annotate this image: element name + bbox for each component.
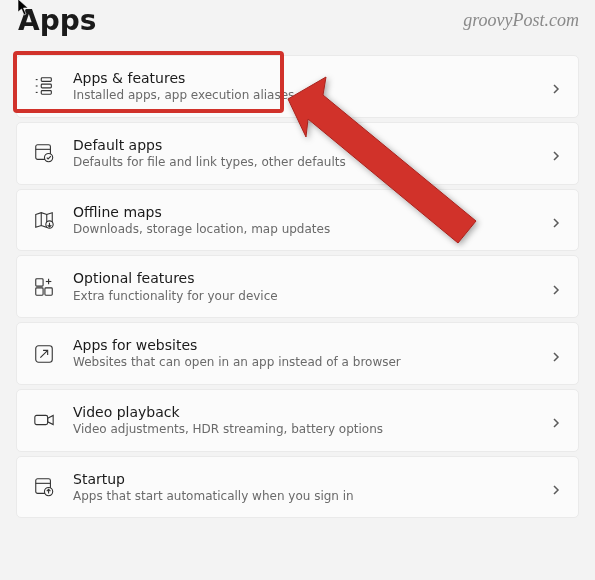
chevron-right-icon bbox=[550, 214, 562, 226]
video-playback-icon bbox=[33, 409, 55, 431]
svg-point-8 bbox=[44, 154, 52, 162]
watermark: groovyPost.com bbox=[463, 10, 579, 31]
settings-list: Apps & features Installed apps, app exec… bbox=[16, 55, 579, 518]
row-optional-features[interactable]: Optional features Extra functionality fo… bbox=[16, 255, 579, 318]
chevron-right-icon bbox=[550, 348, 562, 360]
svg-marker-20 bbox=[48, 416, 53, 425]
row-subtitle: Defaults for file and link types, other … bbox=[73, 155, 532, 171]
row-offline-maps[interactable]: Offline maps Downloads, storage location… bbox=[16, 189, 579, 252]
apps-features-icon bbox=[33, 75, 55, 97]
chevron-right-icon bbox=[550, 147, 562, 159]
row-title: Apps & features bbox=[73, 69, 532, 87]
svg-rect-13 bbox=[36, 278, 43, 285]
row-subtitle: Downloads, storage location, map updates bbox=[73, 222, 532, 238]
page-title: Apps bbox=[18, 4, 96, 37]
row-text: Default apps Defaults for file and link … bbox=[73, 136, 532, 171]
svg-rect-19 bbox=[35, 416, 48, 425]
row-subtitle: Extra functionality for your device bbox=[73, 289, 532, 305]
row-title: Default apps bbox=[73, 136, 532, 154]
svg-rect-4 bbox=[41, 85, 51, 89]
svg-rect-3 bbox=[41, 78, 51, 82]
apps-for-websites-icon bbox=[33, 343, 55, 365]
row-subtitle: Video adjustments, HDR streaming, batter… bbox=[73, 422, 532, 438]
chevron-right-icon bbox=[550, 80, 562, 92]
svg-rect-14 bbox=[36, 288, 43, 295]
svg-rect-15 bbox=[45, 288, 52, 295]
row-text: Video playback Video adjustments, HDR st… bbox=[73, 403, 532, 438]
row-apps-features[interactable]: Apps & features Installed apps, app exec… bbox=[16, 55, 579, 118]
row-subtitle: Installed apps, app execution aliases bbox=[73, 88, 532, 104]
chevron-right-icon bbox=[550, 281, 562, 293]
svg-rect-5 bbox=[41, 91, 51, 95]
row-title: Offline maps bbox=[73, 203, 532, 221]
optional-features-icon bbox=[33, 276, 55, 298]
row-text: Apps for websites Websites that can open… bbox=[73, 336, 532, 371]
row-title: Video playback bbox=[73, 403, 532, 421]
row-text: Optional features Extra functionality fo… bbox=[73, 269, 532, 304]
row-title: Startup bbox=[73, 470, 532, 488]
chevron-right-icon bbox=[550, 481, 562, 493]
row-text: Startup Apps that start automatically wh… bbox=[73, 470, 532, 505]
row-title: Optional features bbox=[73, 269, 532, 287]
offline-maps-icon bbox=[33, 209, 55, 231]
row-default-apps[interactable]: Default apps Defaults for file and link … bbox=[16, 122, 579, 185]
row-video-playback[interactable]: Video playback Video adjustments, HDR st… bbox=[16, 389, 579, 452]
chevron-right-icon bbox=[550, 414, 562, 426]
row-apps-for-websites[interactable]: Apps for websites Websites that can open… bbox=[16, 322, 579, 385]
row-title: Apps for websites bbox=[73, 336, 532, 354]
startup-icon bbox=[33, 476, 55, 498]
header: Apps groovyPost.com bbox=[16, 0, 579, 55]
row-text: Apps & features Installed apps, app exec… bbox=[73, 69, 532, 104]
row-startup[interactable]: Startup Apps that start automatically wh… bbox=[16, 456, 579, 519]
row-subtitle: Apps that start automatically when you s… bbox=[73, 489, 532, 505]
row-text: Offline maps Downloads, storage location… bbox=[73, 203, 532, 238]
cursor-icon bbox=[17, 0, 31, 20]
row-subtitle: Websites that can open in an app instead… bbox=[73, 355, 532, 371]
default-apps-icon bbox=[33, 142, 55, 164]
